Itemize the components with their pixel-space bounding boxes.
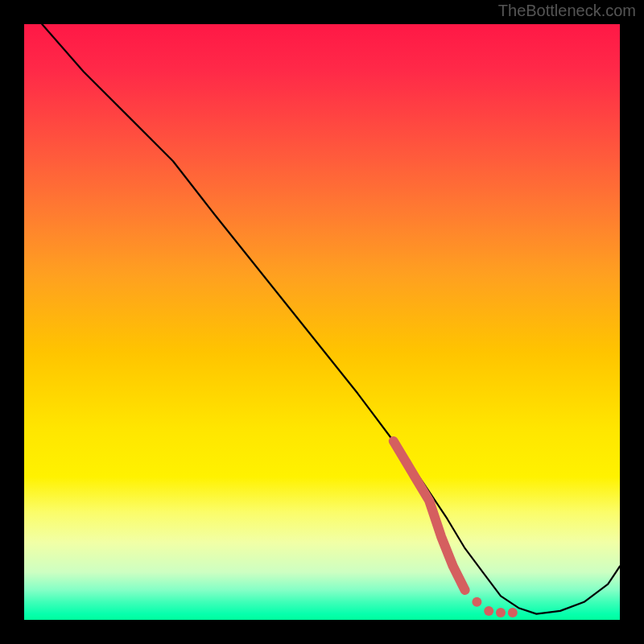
highlight-dot <box>484 606 493 616</box>
chart-line-curve <box>42 24 620 614</box>
highlight-dot <box>472 597 481 607</box>
chart-svg-overlay <box>24 24 620 620</box>
chart-highlight-segment <box>394 441 465 590</box>
chart-highlight-dots <box>472 597 517 617</box>
highlight-dot <box>496 608 506 617</box>
highlight-dot <box>508 608 518 617</box>
chart-plot-area <box>24 24 620 620</box>
watermark-text: TheBottleneck.com <box>498 2 636 20</box>
